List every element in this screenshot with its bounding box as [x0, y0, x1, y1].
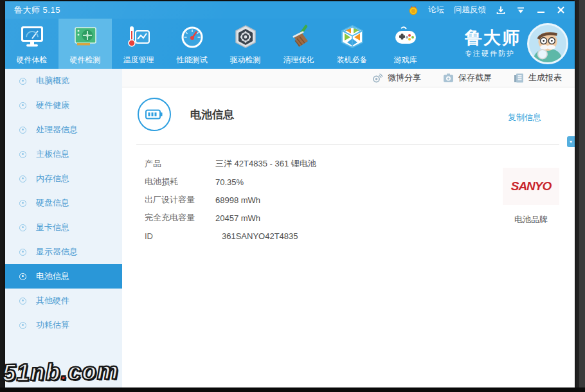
medal-icon[interactable]	[408, 5, 419, 15]
brand-area: 鲁大师 专注硬件防护	[465, 19, 575, 69]
row-label: 完全充电容量	[145, 212, 215, 224]
radio-bullet-icon	[19, 175, 26, 183]
nav-hardware-detect[interactable]: 硬件检测	[59, 19, 112, 69]
desktop-left-edge	[0, 0, 5, 392]
copy-info-link[interactable]: 复制信息	[508, 112, 541, 123]
row-value: 三洋 42T4835 - 361 锂电池	[215, 158, 316, 170]
sidebar-item-label: 其他硬件	[36, 295, 69, 307]
nav-label: 清理优化	[284, 55, 314, 66]
nav-essentials[interactable]: 装机必备	[325, 19, 379, 69]
sidebar-item-label: 主板信息	[36, 148, 69, 160]
weibo-share-button[interactable]: 微博分享	[372, 72, 421, 84]
nav-label: 驱动检测	[230, 55, 261, 66]
radio-bullet-icon	[19, 78, 26, 85]
nav-driver[interactable]: 驱动检测	[219, 19, 272, 69]
report-icon	[514, 73, 524, 83]
sidebar-item-memory-info[interactable]: 内存信息	[5, 166, 122, 191]
edge-pull-tab[interactable]: ▾	[567, 136, 575, 147]
window-title: 鲁大师 5.15	[5, 4, 60, 16]
sidebar-item-disk-info[interactable]: 硬盘信息	[5, 191, 122, 215]
row-value: 20457 mWh	[215, 213, 260, 223]
mascot-avatar[interactable]	[527, 23, 568, 64]
desktop-bottom-edge	[0, 388, 585, 392]
row-label: 出厂设计容量	[145, 194, 215, 206]
camera-icon	[443, 73, 454, 83]
sidebar-item-label: 功耗估算	[36, 319, 69, 331]
desktop-right-edge	[574, 0, 585, 392]
page-title: 电池信息	[190, 107, 234, 122]
close-button[interactable]	[555, 5, 566, 15]
generate-report-button[interactable]: 生成报表	[514, 72, 562, 84]
nav-label: 游戏库	[394, 55, 417, 66]
weibo-icon	[372, 73, 383, 83]
sidebar-item-label: 硬件健康	[36, 100, 69, 111]
sidebar-item-computer-overview[interactable]: 电脑概览	[5, 69, 122, 93]
row-value: 68998 mWh	[215, 195, 260, 205]
radio-bullet-icon	[19, 249, 26, 256]
gear-hexagon-icon	[231, 22, 260, 52]
broom-icon	[284, 22, 314, 52]
titlebar: 鲁大师 5.15 论坛 问题反馈	[5, 1, 575, 19]
row-label: 产品	[145, 158, 215, 170]
divider	[136, 144, 559, 145]
battery-info-panel: 电池信息 复制信息 产品三洋 42T4835 - 361 锂电池 电池损耗70.…	[122, 87, 575, 245]
sidebar-item-hardware-health[interactable]: 硬件健康	[5, 93, 122, 118]
monitor-gauge-icon	[17, 22, 47, 52]
nav-label: 装机必备	[337, 55, 368, 66]
radio-bullet-icon	[19, 298, 26, 305]
sidebar-item-label: 硬盘信息	[36, 197, 69, 209]
battery-brand-box: SANYO 电池品牌	[500, 168, 562, 226]
minimize-button[interactable]	[536, 5, 546, 15]
radio-bullet-icon	[19, 273, 26, 280]
sidebar-item-label: 显示器信息	[36, 246, 78, 258]
row-value: 361SANYO42T4835	[215, 231, 298, 241]
sidebar-item-label: 电池信息	[36, 271, 69, 282]
sanyo-logo: SANYO	[503, 168, 559, 205]
nav-label: 性能测试	[177, 55, 208, 66]
sidebar-item-power-estimate[interactable]: 功耗估算	[5, 313, 122, 337]
radio-bullet-icon	[19, 322, 26, 329]
nav-performance[interactable]: 性能测试	[165, 19, 219, 69]
radio-bullet-icon	[19, 127, 26, 134]
sidebar-item-label: 显卡信息	[36, 222, 69, 233]
toolbar-label: 生成报表	[528, 72, 562, 84]
sidebar-item-battery-info[interactable]: 电池信息	[5, 264, 122, 289]
brand-caption: 电池品牌	[500, 214, 562, 226]
sidebar-item-cpu-info[interactable]: 处理器信息	[5, 118, 122, 142]
nav-cleanup[interactable]: 清理优化	[272, 19, 325, 69]
forum-link[interactable]: 论坛	[428, 4, 444, 15]
app-window: 鲁大师 5.15 论坛 问题反馈	[5, 1, 575, 388]
sidebar-item-motherboard-info[interactable]: 主板信息	[5, 142, 122, 166]
nav-hardware-checkup[interactable]: 硬件体检	[5, 19, 59, 69]
save-screenshot-button[interactable]: 保存截屏	[443, 72, 492, 84]
nav-games[interactable]: 游戏库	[379, 19, 432, 69]
sidebar: 电脑概览 硬件健康 处理器信息 主板信息 内存信息 硬盘信息 显卡信息 显示器信…	[5, 69, 122, 388]
sidebar-item-gpu-info[interactable]: 显卡信息	[5, 215, 122, 240]
row-value: 70.35%	[215, 177, 244, 187]
thermometer-chart-icon	[124, 22, 154, 52]
update-icon[interactable]	[496, 5, 506, 15]
row-label: ID	[145, 231, 215, 241]
sidebar-item-display-info[interactable]: 显示器信息	[5, 240, 122, 264]
toolbar-label: 保存截屏	[458, 72, 492, 84]
gpu-card-icon	[71, 22, 100, 52]
row-label: 电池损耗	[145, 176, 215, 188]
radio-bullet-icon	[19, 151, 26, 158]
gamepad-icon	[391, 22, 420, 52]
nav-label: 硬件检测	[70, 55, 101, 66]
nav-temperature[interactable]: 温度管理	[112, 19, 165, 69]
nav-label: 温度管理	[123, 55, 154, 66]
toolbar-label: 微博分享	[388, 72, 421, 84]
radio-bullet-icon	[19, 200, 26, 207]
menu-icon[interactable]	[516, 5, 526, 15]
feedback-link[interactable]: 问题反馈	[454, 4, 486, 15]
nav-label: 硬件体检	[17, 55, 48, 66]
sidebar-item-other-hardware[interactable]: 其他硬件	[5, 289, 122, 313]
brand-slogan: 专注硬件防护	[465, 49, 521, 58]
software-box-icon	[338, 22, 367, 52]
sidebar-item-label: 电脑概览	[36, 75, 69, 87]
action-toolbar: 微博分享 保存截屏	[122, 69, 575, 87]
table-row: ID361SANYO42T4835	[145, 227, 575, 245]
sidebar-item-label: 处理器信息	[36, 124, 78, 136]
main-nav: 硬件体检 硬件检测	[5, 19, 575, 69]
